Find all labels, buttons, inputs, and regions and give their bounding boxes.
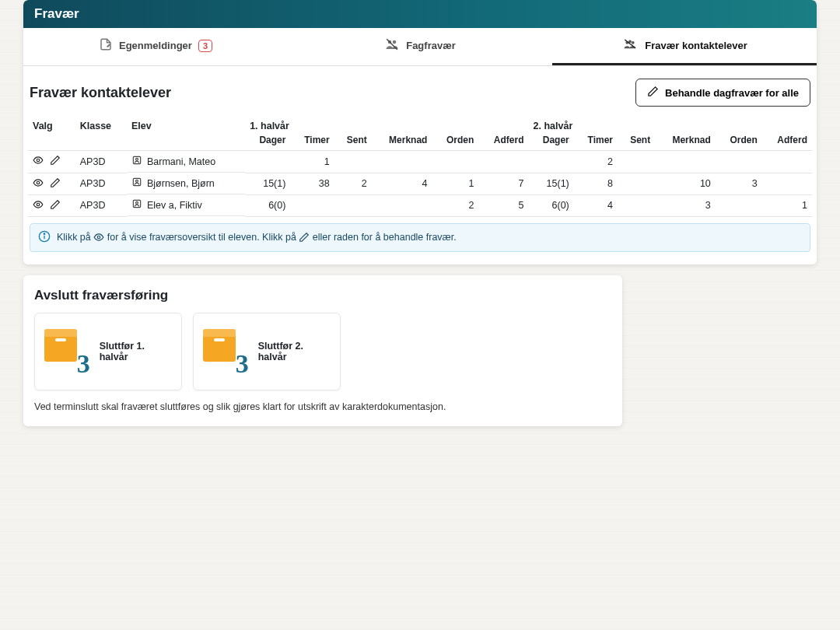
cell-t2-sent: [618, 194, 655, 216]
archive-icon: 3: [44, 327, 90, 376]
info-banner: Klikk på for å vise fraværsoversikt til …: [30, 223, 810, 252]
th-timer: Timer: [290, 133, 334, 151]
th-term1: 1. halvår: [245, 114, 528, 133]
tab-fagfravaer[interactable]: Fagfravær: [288, 28, 552, 65]
behandle-alle-button[interactable]: Behandle dagfravær for alle: [635, 79, 810, 107]
eye-icon[interactable]: [33, 199, 44, 212]
cell-t2-dager: 15(1): [529, 173, 574, 194]
th-orden: Orden: [432, 133, 478, 151]
cell-t2-timer: 2: [574, 151, 618, 173]
person-icon: [131, 177, 142, 190]
svg-point-7: [37, 159, 40, 163]
section-title: Fravær kontaktelever: [30, 85, 171, 101]
cell-t2-orden: [716, 194, 762, 216]
tile-label: Sluttfør 1. halvår: [100, 341, 172, 362]
document-edit-icon: [99, 37, 113, 54]
cell-t2-adferd: [762, 173, 812, 194]
cell-klasse: AP3D: [75, 151, 127, 173]
cell-t2-merknad: 3: [655, 194, 716, 216]
pencil-icon: [647, 86, 659, 100]
tab-label: Egenmeldinger: [119, 40, 192, 51]
svg-point-9: [136, 158, 138, 160]
cell-t1-adferd: 7: [478, 173, 528, 194]
th-adferd: Adferd: [762, 133, 812, 151]
tab-kontaktelever[interactable]: Fravær kontaktelever: [552, 28, 817, 65]
cell-t2-sent: [618, 173, 655, 194]
cell-t2-adferd: 1: [762, 194, 812, 216]
cell-klasse: AP3D: [75, 194, 127, 216]
th-elev: Elev: [127, 114, 245, 133]
svg-point-1: [393, 40, 397, 44]
cell-t2-orden: 3: [716, 173, 762, 194]
cell-t2-sent: [618, 151, 655, 173]
table-row[interactable]: AP3DBjørnsen, Bjørn15(1)38241715(1)8103: [28, 173, 812, 194]
table-row[interactable]: AP3DBarmani, Mateo12: [28, 151, 812, 173]
cell-t1-adferd: [478, 151, 528, 173]
cell-t1-merknad: 4: [372, 173, 432, 194]
pencil-icon[interactable]: [50, 155, 61, 168]
th-timer: Timer: [574, 133, 618, 151]
group-slash-icon: [384, 37, 400, 54]
th-sent: Sent: [618, 133, 655, 151]
cell-t1-orden: [432, 151, 478, 173]
th-orden: Orden: [716, 133, 762, 151]
th-adferd: Adferd: [478, 133, 528, 151]
cell-t1-dager: 6(0): [245, 194, 290, 216]
tab-bar: Egenmeldinger 3 Fagfravær Fravær kontakt…: [23, 28, 817, 66]
th-dager: Dager: [245, 133, 290, 151]
tab-label: Fagfravær: [406, 40, 456, 51]
cell-t2-merknad: [655, 151, 716, 173]
th-merknad: Merknad: [655, 133, 716, 151]
th-klasse: Klasse: [75, 114, 127, 133]
cell-t1-timer: [290, 194, 334, 216]
cell-t2-timer: 4: [574, 194, 618, 216]
cell-elev: Elev a, Fiktiv: [127, 194, 245, 216]
cell-elev: Bjørnsen, Bjørn: [127, 173, 245, 194]
page-title: Fravær: [23, 0, 817, 28]
cell-t1-timer: 1: [290, 151, 334, 173]
cell-t2-merknad: 10: [655, 173, 716, 194]
pencil-icon[interactable]: [50, 177, 61, 191]
archive-icon: 3: [203, 327, 249, 376]
cell-elev: Barmani, Mateo: [127, 151, 245, 173]
tab-egenmeldinger[interactable]: Egenmeldinger 3: [23, 28, 288, 65]
pencil-icon[interactable]: [50, 199, 61, 212]
table-row[interactable]: AP3DElev a, Fiktiv6(0)256(0)431: [28, 194, 812, 216]
pencil-icon: [299, 232, 310, 243]
svg-point-18: [44, 233, 44, 234]
cell-t1-dager: 15(1): [245, 173, 290, 194]
person-icon: [131, 155, 142, 168]
cell-t2-orden: [716, 151, 762, 173]
th-term2: 2. halvår: [529, 114, 812, 133]
cell-t1-sent: [334, 194, 372, 216]
cell-klasse: AP3D: [75, 173, 127, 194]
sluttfor-1-tile[interactable]: 3 Sluttfør 1. halvår: [34, 313, 182, 390]
eye-icon[interactable]: [33, 155, 44, 168]
attendance-table: Valg Klasse Elev 1. halvår 2. halvår Dag…: [28, 114, 812, 217]
cell-t1-sent: 2: [334, 173, 372, 194]
avslutt-title: Avslutt fraværsføring: [34, 288, 611, 303]
svg-point-13: [37, 203, 40, 206]
button-label: Behandle dagfravær for alle: [665, 87, 799, 99]
svg-point-19: [98, 236, 101, 240]
avslutt-desc: Ved terminslutt skal fraværet sluttføres…: [34, 401, 611, 412]
th-valg: Valg: [28, 114, 75, 133]
cell-t2-timer: 8: [574, 173, 618, 194]
cell-t1-orden: 1: [432, 173, 478, 194]
th-sent: Sent: [334, 133, 372, 151]
sluttfor-2-tile[interactable]: 3 Sluttfør 2. halvår: [193, 313, 341, 390]
eye-icon[interactable]: [33, 177, 44, 191]
svg-point-10: [37, 181, 40, 184]
svg-point-15: [136, 201, 138, 204]
info-text: Klikk på for å vise fraværsoversikt til …: [57, 232, 457, 243]
cell-t1-adferd: 5: [478, 194, 528, 216]
users-slash-icon: [621, 37, 639, 54]
person-icon: [131, 198, 142, 212]
cell-t2-dager: 6(0): [529, 194, 574, 216]
cell-t1-merknad: [372, 151, 432, 173]
cell-t1-sent: [334, 151, 372, 173]
badge-count: 3: [198, 40, 212, 52]
cell-t1-dager: [245, 151, 290, 173]
cell-t1-timer: 38: [290, 173, 334, 194]
eye-icon: [93, 232, 104, 243]
